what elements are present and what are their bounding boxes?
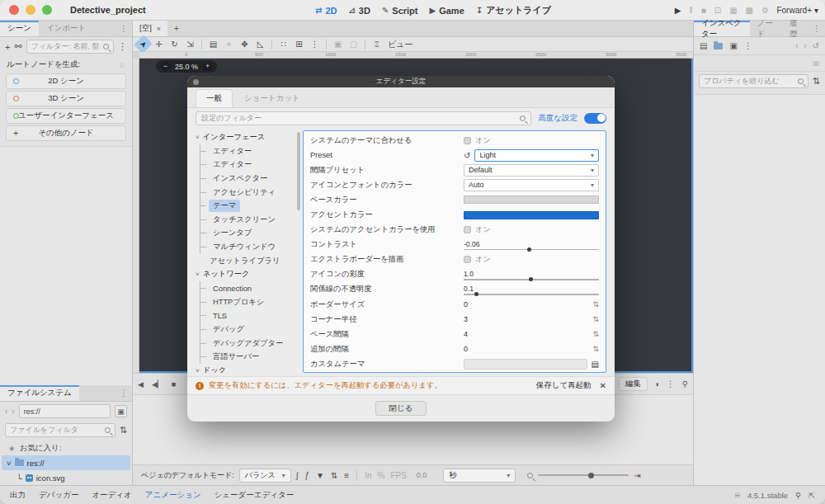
property-filter-input[interactable]: プロパティを絞り込む: [699, 74, 808, 88]
settings-category[interactable]: アセットライブラリ: [205, 254, 295, 268]
settings-subcategory[interactable]: マルチウィンドウ: [200, 240, 295, 254]
setting-dropdown[interactable]: Default▾: [464, 164, 599, 177]
bottom-tab-アニメーション[interactable]: アニメーション: [145, 490, 201, 501]
spin-arrows-icon[interactable]: ⇅: [592, 300, 599, 309]
settings-subcategory[interactable]: HTTPプロキシ: [200, 295, 295, 309]
rotate-tool[interactable]: ↻: [167, 38, 182, 50]
settings-subcategory[interactable]: シーンタブ: [200, 227, 295, 241]
settings-category[interactable]: ˅インターフェース: [196, 130, 295, 144]
settings-subcategory[interactable]: 言語サーバー: [200, 350, 295, 364]
curve-icon[interactable]: ∫: [296, 471, 299, 480]
play-remote-button[interactable]: ⊡: [714, 6, 721, 15]
setting-spinbox[interactable]: 0⇅: [464, 345, 599, 353]
close-window-button[interactable]: [9, 5, 19, 15]
pin-panel-icon[interactable]: ⚲: [682, 379, 688, 389]
file-path-field[interactable]: [464, 359, 587, 370]
settings-subcategory[interactable]: タッチスクリーン: [200, 213, 295, 227]
fs-path-field[interactable]: res://: [19, 404, 111, 418]
history-back-icon[interactable]: ‹: [795, 41, 798, 50]
color-swatch[interactable]: [464, 195, 599, 204]
scene-filter-input[interactable]: フィルター: 名前, 型: [26, 40, 114, 54]
spin-arrows-icon[interactable]: ⇅: [592, 345, 599, 353]
dialog-tab-ショートカット[interactable]: ショートカット: [234, 90, 310, 107]
zoom-out-button[interactable]: −: [161, 62, 170, 71]
minimize-window-button[interactable]: [26, 5, 35, 15]
setting-slider[interactable]: 1.0: [464, 269, 599, 280]
onion-skinning-icon[interactable]: ◑: [654, 379, 659, 389]
settings-subcategory[interactable]: デバッグアダプター: [200, 337, 295, 351]
fs-tree-item[interactable]: └icon.svg: [0, 470, 132, 485]
skeleton-options[interactable]: ⑄: [370, 38, 384, 50]
zoom-window-button[interactable]: [42, 5, 52, 15]
context-script[interactable]: ✎Script: [382, 6, 418, 16]
setting-slider[interactable]: -0.06: [464, 239, 599, 251]
history-forward-icon[interactable]: ›: [804, 41, 806, 50]
bottom-tab-デバッガー[interactable]: デバッガー: [39, 490, 78, 501]
bottom-tab-オーディオ[interactable]: オーディオ: [92, 490, 131, 501]
bottom-tab-シェーダーエディター[interactable]: シェーダーエディター: [214, 490, 295, 501]
settings-subcategory[interactable]: テーマ: [200, 199, 295, 213]
time-value[interactable]: 0.0: [417, 471, 427, 479]
dismiss-warning-icon[interactable]: ✕: [600, 381, 606, 390]
property-sort-icon[interactable]: ⇅: [813, 76, 820, 87]
animation-edit-button[interactable]: 編集: [619, 377, 648, 391]
settings-subcategory[interactable]: エディター: [200, 144, 295, 158]
bezier-mode-select[interactable]: バランス ▾: [239, 469, 291, 483]
tree-expand-icon[interactable]: ˅: [7, 459, 12, 468]
load-resource-icon[interactable]: [714, 43, 723, 49]
sort-tracks-icon[interactable]: ⇅: [331, 471, 337, 480]
instance-scene-icon[interactable]: ⚯: [14, 41, 21, 52]
group-tracks-icon[interactable]: ≡: [344, 471, 349, 480]
setting-spinbox[interactable]: 4⇅: [464, 330, 599, 338]
slider-track[interactable]: [464, 249, 599, 251]
checkbox[interactable]: [464, 226, 471, 233]
settings-subcategory[interactable]: デバッグ: [200, 323, 295, 337]
pan-tool[interactable]: ✥: [238, 38, 252, 50]
resource-menu-icon[interactable]: ⋮: [744, 41, 752, 50]
expand-bottom-panel-icon[interactable]: ⇱: [808, 491, 815, 500]
slider-handle[interactable]: [529, 277, 533, 281]
scene-tabbar-menu-icon[interactable]: ⋮: [116, 21, 132, 36]
advanced-settings-toggle[interactable]: [584, 113, 606, 124]
root-option-button[interactable]: 3D シーン: [6, 91, 126, 106]
time-unit-select[interactable]: 秒 ▾: [443, 469, 516, 483]
animation-menu-icon[interactable]: ⋮: [667, 379, 675, 389]
settings-subcategory[interactable]: Connection: [200, 281, 295, 295]
tab-ノード[interactable]: ノード: [750, 21, 782, 36]
tab-インスペクター[interactable]: インスペクター: [694, 21, 750, 36]
settings-subcategory[interactable]: アクセシビリティ: [200, 186, 295, 200]
settings-subcategory[interactable]: TLS: [200, 309, 295, 323]
version-label[interactable]: 4.5.1.stable: [747, 491, 788, 500]
stop-button[interactable]: ■: [701, 6, 706, 15]
context-3d[interactable]: ⊿3D: [348, 6, 370, 16]
zoom-level[interactable]: 25.0 %: [175, 63, 198, 71]
spin-arrows-icon[interactable]: ⇅: [592, 330, 599, 338]
notification-bell-icon[interactable]: ⍾: [735, 490, 740, 500]
move-tool[interactable]: ✛: [152, 38, 166, 50]
slider-track[interactable]: [464, 294, 599, 295]
save-resource-icon[interactable]: ▣: [729, 41, 737, 50]
context-2d[interactable]: ⇄2D: [315, 6, 337, 16]
checkbox[interactable]: [464, 137, 471, 144]
focus-timeline-icon[interactable]: ⇥: [634, 471, 640, 480]
color-swatch[interactable]: [464, 211, 599, 219]
smart-snap-toggle[interactable]: ∷: [276, 38, 290, 50]
revert-icon[interactable]: ↺: [464, 151, 470, 160]
tab-インポート[interactable]: インポート: [39, 21, 93, 36]
open-docs-icon[interactable]: ▤: [813, 59, 819, 67]
pin-bottom-panel-icon[interactable]: ⚲: [795, 491, 801, 500]
stop-button[interactable]: ■: [172, 380, 176, 389]
root-option-button[interactable]: 2D シーン: [6, 73, 126, 89]
scene-tab-empty[interactable]: [空] ×: [133, 21, 167, 36]
fs-forward-icon[interactable]: ›: [12, 407, 14, 416]
tab-シーン[interactable]: シーン: [0, 21, 39, 36]
fit-bezier-icon[interactable]: ƒ: [304, 471, 309, 480]
inspector-tabbar-menu-icon[interactable]: ⋮: [808, 21, 825, 36]
slider-handle[interactable]: [474, 292, 478, 296]
close-icon[interactable]: ×: [157, 25, 161, 33]
favorite-star-icon[interactable]: ☆: [118, 60, 125, 69]
filter-tracks-icon[interactable]: ▼: [316, 471, 324, 480]
grid-snap-toggle[interactable]: ⊞: [292, 38, 306, 50]
spin-arrows-icon[interactable]: ⇅: [592, 315, 599, 323]
close-dialog-button[interactable]: 閉じる: [375, 401, 427, 416]
